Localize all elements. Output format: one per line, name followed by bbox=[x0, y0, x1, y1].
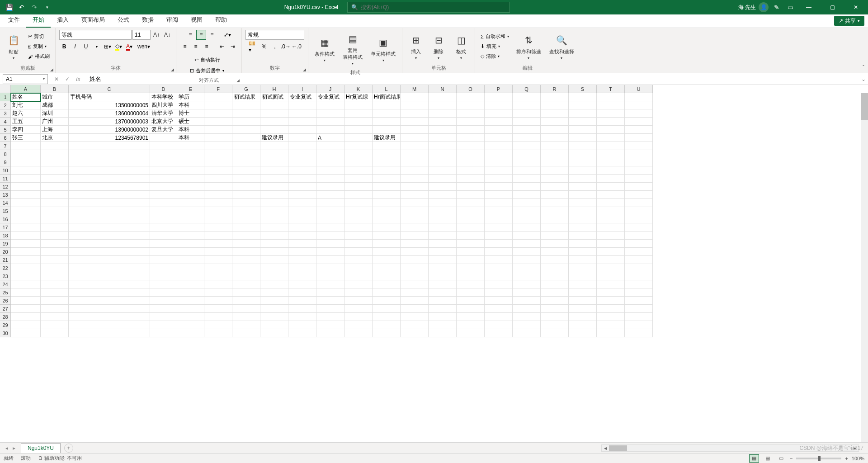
cell[interactable] bbox=[177, 321, 204, 329]
cell[interactable] bbox=[457, 166, 485, 175]
cell[interactable] bbox=[316, 158, 344, 166]
cell[interactable] bbox=[260, 175, 288, 183]
cell[interactable] bbox=[625, 118, 653, 126]
cell[interactable] bbox=[401, 248, 429, 256]
cell[interactable] bbox=[316, 232, 344, 240]
cell[interactable] bbox=[11, 297, 41, 305]
cell[interactable] bbox=[41, 166, 69, 175]
cell[interactable] bbox=[541, 297, 569, 305]
cell[interactable] bbox=[260, 166, 288, 175]
expand-formula-bar-icon[interactable]: ⌄ bbox=[859, 76, 868, 82]
row-header[interactable]: 12 bbox=[0, 183, 11, 191]
cell[interactable] bbox=[177, 329, 204, 337]
cell[interactable] bbox=[597, 288, 625, 297]
cell[interactable] bbox=[150, 280, 177, 288]
cell[interactable] bbox=[11, 191, 41, 199]
cell[interactable]: 建议录用 bbox=[373, 134, 401, 142]
row-header[interactable]: 13 bbox=[0, 191, 11, 199]
cell[interactable] bbox=[11, 215, 41, 223]
cell[interactable] bbox=[569, 183, 597, 191]
cell[interactable] bbox=[597, 109, 625, 118]
cell[interactable] bbox=[260, 101, 288, 109]
cell[interactable] bbox=[373, 183, 401, 191]
cell[interactable] bbox=[69, 158, 150, 166]
cell[interactable] bbox=[513, 101, 541, 109]
cell[interactable] bbox=[457, 126, 485, 134]
cell[interactable] bbox=[457, 191, 485, 199]
cell[interactable] bbox=[204, 288, 232, 297]
merge-center-button[interactable]: ⊡合并后居中▾ bbox=[188, 66, 226, 75]
cell[interactable] bbox=[177, 142, 204, 150]
insert-function-button[interactable]: fx bbox=[73, 74, 83, 84]
cell[interactable] bbox=[260, 321, 288, 329]
cell[interactable] bbox=[625, 101, 653, 109]
cell[interactable] bbox=[288, 199, 316, 207]
cell[interactable] bbox=[11, 150, 41, 158]
cell[interactable] bbox=[204, 183, 232, 191]
row-header[interactable]: 22 bbox=[0, 264, 11, 272]
cell[interactable]: 专业复试 bbox=[316, 93, 344, 101]
cell[interactable]: 姓名 bbox=[11, 93, 41, 101]
cell[interactable] bbox=[401, 207, 429, 215]
cell[interactable] bbox=[401, 232, 429, 240]
cell[interactable] bbox=[41, 272, 69, 280]
cell[interactable] bbox=[457, 175, 485, 183]
cell[interactable] bbox=[150, 256, 177, 264]
cell[interactable] bbox=[457, 305, 485, 313]
cell[interactable] bbox=[429, 288, 457, 297]
cell[interactable] bbox=[177, 166, 204, 175]
cell[interactable] bbox=[625, 126, 653, 134]
cell[interactable] bbox=[485, 223, 513, 232]
cell[interactable] bbox=[232, 183, 260, 191]
cell[interactable] bbox=[457, 93, 485, 101]
cell[interactable] bbox=[41, 175, 69, 183]
cell[interactable] bbox=[429, 272, 457, 280]
cell[interactable] bbox=[150, 272, 177, 280]
cell[interactable] bbox=[11, 240, 41, 248]
column-header[interactable]: E bbox=[177, 85, 204, 93]
cell[interactable] bbox=[344, 142, 373, 150]
cell[interactable] bbox=[69, 313, 150, 321]
cell[interactable] bbox=[457, 134, 485, 142]
cell[interactable] bbox=[41, 321, 69, 329]
column-header[interactable]: T bbox=[597, 85, 625, 93]
cell[interactable] bbox=[513, 313, 541, 321]
sheet-prev-icon[interactable]: ◂ bbox=[4, 445, 10, 451]
cell[interactable] bbox=[541, 191, 569, 199]
cell[interactable] bbox=[429, 256, 457, 264]
cell[interactable] bbox=[541, 240, 569, 248]
cell[interactable] bbox=[597, 93, 625, 101]
search-input[interactable] bbox=[361, 4, 506, 10]
cell[interactable] bbox=[69, 215, 150, 223]
row-header[interactable]: 30 bbox=[0, 329, 11, 337]
cell[interactable] bbox=[344, 101, 373, 109]
cell[interactable] bbox=[401, 191, 429, 199]
row-header[interactable]: 27 bbox=[0, 305, 11, 313]
cell[interactable] bbox=[457, 280, 485, 288]
cell[interactable] bbox=[429, 264, 457, 272]
cell[interactable] bbox=[150, 329, 177, 337]
cell[interactable] bbox=[597, 166, 625, 175]
cell[interactable] bbox=[457, 264, 485, 272]
align-top-button[interactable]: ≡ bbox=[185, 30, 195, 40]
cell[interactable] bbox=[344, 321, 373, 329]
cell[interactable] bbox=[232, 101, 260, 109]
cell[interactable] bbox=[288, 126, 316, 134]
cell[interactable]: 深圳 bbox=[41, 109, 69, 118]
cell[interactable] bbox=[401, 264, 429, 272]
align-middle-button[interactable]: ≡ bbox=[196, 30, 206, 40]
cell[interactable] bbox=[344, 175, 373, 183]
cell[interactable] bbox=[344, 166, 373, 175]
cell[interactable] bbox=[485, 248, 513, 256]
cell[interactable] bbox=[260, 256, 288, 264]
zoom-slider[interactable] bbox=[796, 458, 841, 459]
cell[interactable] bbox=[288, 207, 316, 215]
cell[interactable] bbox=[232, 199, 260, 207]
cell[interactable] bbox=[316, 272, 344, 280]
cell[interactable] bbox=[11, 272, 41, 280]
cell[interactable] bbox=[232, 272, 260, 280]
cell[interactable] bbox=[260, 207, 288, 215]
cell[interactable] bbox=[177, 272, 204, 280]
cell[interactable] bbox=[232, 175, 260, 183]
cell[interactable] bbox=[232, 158, 260, 166]
